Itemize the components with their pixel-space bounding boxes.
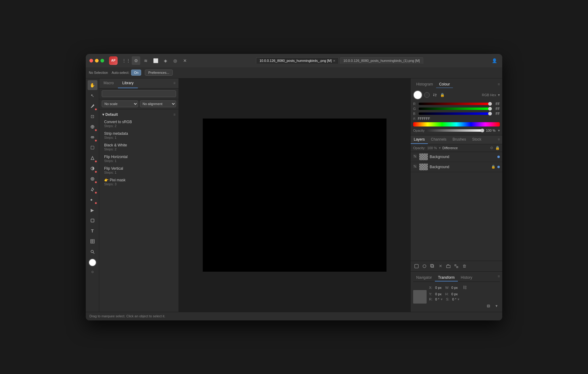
r-slider[interactable] xyxy=(419,103,492,105)
macro-pixi-mask[interactable]: 👉 Pixi mask Steps: 3 xyxy=(102,176,176,188)
svg-rect-25 xyxy=(455,265,456,266)
dodge-tool[interactable] xyxy=(88,164,97,173)
rainbow-bar[interactable] xyxy=(413,122,500,127)
tab-transform[interactable]: Transform xyxy=(435,274,458,281)
library-panel: Macro Library ≡ No scale No alignment ▾ … xyxy=(99,78,179,312)
inactive-tab[interactable]: 10.0.0.126_8080_posts_hummingbirds_(1).p… xyxy=(340,57,423,64)
canvas-area[interactable] xyxy=(179,78,410,312)
selection-brush[interactable] xyxy=(88,143,97,153)
pen-tool[interactable] xyxy=(88,184,97,194)
active-tab[interactable]: 10.0.0.126_8080_posts_hummingbirds_.png … xyxy=(256,57,339,64)
section-header-default[interactable]: ▾ Default ≡ xyxy=(102,111,176,118)
r-dropdown[interactable]: ▾ xyxy=(441,297,443,301)
layers-menu[interactable]: ≡ xyxy=(495,135,502,144)
svg-marker-4 xyxy=(91,157,94,160)
transform-options-icon[interactable]: ▾ xyxy=(493,303,500,309)
add-layer-icon[interactable] xyxy=(421,263,428,270)
tab-stock[interactable]: Stock xyxy=(469,135,484,144)
duplicate-icon[interactable] xyxy=(429,263,436,270)
vector-tool[interactable]: ▶ xyxy=(88,205,97,215)
layer-item-1[interactable]: Background xyxy=(411,152,502,162)
blur-tool[interactable] xyxy=(88,174,97,184)
color-panel-menu[interactable]: ≡ xyxy=(498,82,500,86)
macro-black-white[interactable]: Black & White Steps: 2 xyxy=(102,141,176,153)
paint-brush-tool[interactable] xyxy=(88,101,97,111)
text-tool[interactable]: T xyxy=(88,226,97,236)
swap-colors-icon[interactable] xyxy=(433,93,437,97)
toolbar-icon-6[interactable]: ◎ xyxy=(171,56,179,65)
opacity-blend-dropdown[interactable]: ▾ xyxy=(439,146,441,150)
close-button[interactable] xyxy=(89,59,93,62)
section-menu[interactable]: ≡ xyxy=(173,112,175,117)
toolbar-icon-3[interactable]: ≋ xyxy=(141,56,150,65)
tab-history[interactable]: History xyxy=(458,274,475,281)
tab-layers[interactable]: Layers xyxy=(411,135,428,144)
macro-convert-srgb[interactable]: Convert to sRGB Steps: 2 xyxy=(102,118,176,130)
s-dropdown[interactable]: ▾ xyxy=(458,297,459,301)
tab-macro[interactable]: Macro xyxy=(99,78,118,88)
blend-mode-select[interactable]: Difference xyxy=(443,146,458,150)
share-icon[interactable]: 👤 xyxy=(490,56,499,65)
layer-visibility-1[interactable] xyxy=(413,154,417,159)
color-options[interactable]: ⊙ xyxy=(88,267,97,277)
erase-tool[interactable] xyxy=(88,153,97,163)
search-input[interactable] xyxy=(102,90,176,97)
b-slider[interactable] xyxy=(419,112,492,115)
toolbar-icon-7[interactable]: ✕ xyxy=(181,56,189,65)
zoom-tool[interactable] xyxy=(88,247,97,257)
tab-histogram[interactable]: Histogram xyxy=(413,81,436,88)
tab-brushes[interactable]: Brushes xyxy=(450,135,469,144)
group-layers-icon[interactable] xyxy=(445,263,452,270)
layer-item-2[interactable]: Background 🔒 xyxy=(411,162,502,172)
table-tool[interactable] xyxy=(88,236,97,246)
macro-flip-vertical[interactable]: Flip Vertical Steps: 1 xyxy=(102,164,176,176)
heal-tool[interactable] xyxy=(88,132,97,142)
tab-navigator[interactable]: Navigator xyxy=(413,274,435,281)
active-tab-close[interactable]: ✕ xyxy=(333,59,335,62)
chain-icon[interactable]: ⛓ xyxy=(462,284,468,291)
maximize-button[interactable] xyxy=(100,59,104,62)
macro-flip-horizontal[interactable]: Flip Horizontal Steps: 1 xyxy=(102,153,176,164)
tab-colour[interactable]: Colour xyxy=(436,81,453,88)
g-slider[interactable] xyxy=(419,108,492,110)
library-panel-menu[interactable]: ≡ xyxy=(170,78,179,88)
clone-tool[interactable] xyxy=(88,122,97,132)
background-swatch[interactable] xyxy=(424,92,430,98)
toolbar-icon-4[interactable]: ⬜ xyxy=(151,56,160,65)
toolbar-icon-1[interactable]: ⋮⋮ xyxy=(122,56,130,65)
layers-lock-icon[interactable]: 🔒 xyxy=(495,146,500,150)
color-swatch[interactable] xyxy=(89,259,96,266)
svg-line-16 xyxy=(93,252,94,254)
delete-layer-icon[interactable]: ✕ xyxy=(437,263,444,270)
add-adjustment-icon[interactable] xyxy=(413,263,420,270)
opacity-slider[interactable] xyxy=(426,129,484,132)
select-tool[interactable]: ↖ xyxy=(88,91,97,100)
tab-library[interactable]: Library xyxy=(118,78,138,88)
auto-select-value[interactable]: On xyxy=(131,70,141,76)
crop-tool[interactable]: ⊡ xyxy=(88,111,97,121)
layers-settings-icon[interactable]: ⚙ xyxy=(490,146,493,150)
minimize-button[interactable] xyxy=(95,59,99,62)
macro-strip-metadata[interactable]: Strip metadata Steps: 1 xyxy=(102,130,176,141)
opacity-dropdown[interactable]: ▾ xyxy=(498,128,500,133)
anchor-icon[interactable] xyxy=(485,303,492,309)
library-panel-tabs: Macro Library ≡ xyxy=(99,78,179,89)
shape-tool[interactable] xyxy=(88,216,97,225)
node-tool[interactable] xyxy=(88,195,97,205)
transform-panel-menu[interactable]: ≡ xyxy=(498,274,500,281)
h-field: H: 0 px xyxy=(445,292,458,296)
color-format-dropdown[interactable]: ▾ xyxy=(498,93,500,97)
scale-select[interactable]: No scale xyxy=(102,100,138,107)
toolbar-icon-2[interactable]: ⚙ xyxy=(132,56,140,65)
layer-visibility-2[interactable] xyxy=(413,164,417,169)
w-value: 0 px xyxy=(451,286,458,289)
trash-icon[interactable]: 🗑 xyxy=(461,263,468,270)
foreground-swatch[interactable] xyxy=(413,90,422,100)
alignment-select[interactable]: No alignment xyxy=(140,100,176,107)
svg-rect-3 xyxy=(91,146,94,149)
move-tool[interactable]: ✋ xyxy=(88,80,97,90)
preferences-button[interactable]: Preferences... xyxy=(145,70,172,76)
toolbar-icon-5[interactable]: ◈ xyxy=(161,56,170,65)
tab-channels[interactable]: Channels xyxy=(428,135,450,144)
adjust-icon[interactable] xyxy=(453,263,460,270)
